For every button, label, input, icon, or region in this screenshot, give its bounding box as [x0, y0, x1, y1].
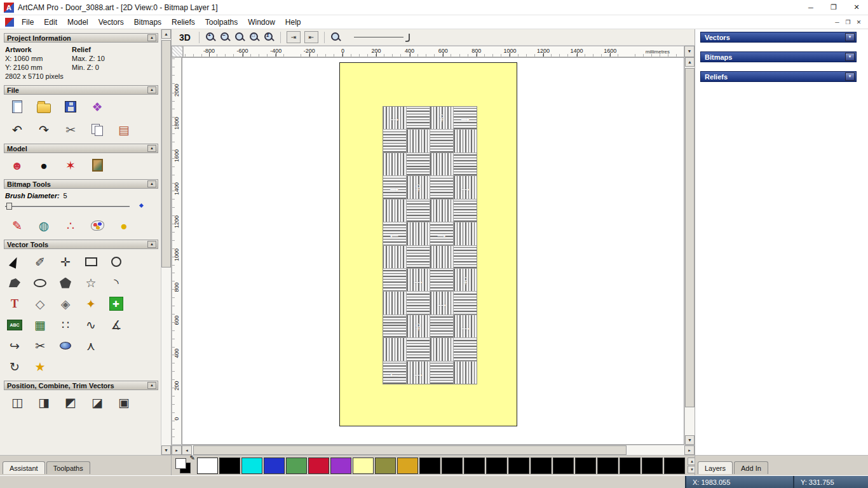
- center-in-page-icon[interactable]: ▣: [116, 394, 132, 410]
- palette-swatch-4[interactable]: [286, 458, 307, 474]
- minimize-button[interactable]: ─: [799, 0, 822, 15]
- slider-thumb[interactable]: [6, 203, 12, 210]
- palette-swatch-8[interactable]: [375, 458, 396, 474]
- brush-diameter-slider[interactable]: [5, 202, 130, 211]
- redo-icon[interactable]: ↷: [36, 121, 52, 138]
- scroll-down-icon[interactable]: ▼: [685, 435, 695, 445]
- create-circle-icon[interactable]: [108, 254, 125, 270]
- create-ellipse-icon[interactable]: [32, 274, 48, 291]
- vertical-scrollbar[interactable]: ▲ ▼: [684, 57, 695, 445]
- view-3d-button[interactable]: 3D: [177, 32, 193, 43]
- maximize-button[interactable]: ❐: [822, 0, 845, 15]
- mdi-close-button[interactable]: ✕: [853, 17, 864, 27]
- paste-icon[interactable]: ▤: [116, 121, 132, 138]
- section-header-bitmap-tools[interactable]: Bitmap Tools ▲: [4, 179, 158, 189]
- create-freeform-icon[interactable]: [6, 274, 23, 291]
- model-sphere-icon[interactable]: ●: [36, 157, 52, 173]
- align-bottom-icon[interactable]: ◪: [89, 394, 105, 410]
- select-vectors-icon[interactable]: [6, 254, 23, 270]
- create-star-icon[interactable]: ☆: [83, 274, 99, 291]
- menu-model[interactable]: Model: [62, 16, 93, 29]
- palette-swatch-0[interactable]: [197, 458, 218, 474]
- palette-swatch-3[interactable]: [264, 458, 285, 474]
- create-arc-icon[interactable]: ◝: [108, 274, 125, 291]
- collapse-arrow-icon[interactable]: ▲: [147, 382, 156, 389]
- dropdown-arrow-icon[interactable]: ▼: [845, 33, 855, 41]
- collapse-arrow-icon[interactable]: ▲: [147, 241, 156, 248]
- line-width-widget[interactable]: [354, 32, 412, 43]
- text-on-curve-icon[interactable]: ◇: [32, 295, 48, 312]
- tab-assistant[interactable]: Assistant: [3, 461, 45, 474]
- palette-swatch-21[interactable]: [664, 458, 685, 474]
- primary-secondary-colour-icon[interactable]: ✎: [174, 457, 193, 475]
- ruler-units-dropdown[interactable]: ▼: [684, 46, 695, 57]
- palette-swatch-5[interactable]: [308, 458, 329, 474]
- import-icon[interactable]: ❖: [89, 98, 105, 115]
- collapse-arrow-icon[interactable]: ▲: [147, 180, 156, 187]
- scroll-up-icon[interactable]: ▲: [161, 29, 171, 39]
- create-text-icon[interactable]: [6, 295, 23, 312]
- section-header-position-combine-trim[interactable]: Position, Combine, Trim Vectors ▲: [4, 381, 158, 390]
- spray-bitmap-icon[interactable]: ∴: [62, 217, 79, 234]
- panel-header-reliefs[interactable]: Reliefs▼: [700, 71, 857, 82]
- transform-vectors-icon[interactable]: ✛: [57, 254, 74, 270]
- section-header-project-information[interactable]: Project Information ▲: [4, 33, 158, 43]
- save-model-icon[interactable]: [62, 98, 79, 115]
- snap-guides-button[interactable]: ⇤: [304, 31, 318, 43]
- scroll-down-icon[interactable]: ▼: [161, 445, 171, 455]
- create-rectangle-icon[interactable]: [83, 254, 99, 270]
- door-artwork[interactable]: →♀→→♀→←→→♀→♀→←→: [339, 62, 517, 426]
- colour-palette-icon[interactable]: [89, 217, 105, 234]
- fit-curves-icon[interactable]: ⋏: [83, 337, 99, 354]
- menu-toolpaths[interactable]: Toolpaths: [200, 16, 243, 29]
- section-header-model[interactable]: Model ▲: [4, 144, 158, 153]
- open-model-icon[interactable]: [36, 98, 52, 115]
- model-figure-icon[interactable]: ☻: [9, 157, 25, 173]
- tab-toolpaths[interactable]: Toolpaths: [46, 461, 90, 474]
- palette-swatch-2[interactable]: [241, 458, 262, 474]
- undo-icon[interactable]: ↶: [9, 121, 25, 138]
- menu-edit[interactable]: Edit: [39, 16, 62, 29]
- mdi-minimize-button[interactable]: ─: [832, 17, 843, 27]
- panel-header-vectors[interactable]: Vectors▼: [700, 32, 857, 43]
- pan-mode-icon[interactable]: ▸: [172, 445, 182, 455]
- scrollbar-track[interactable]: [161, 39, 171, 445]
- palette-swatch-15[interactable]: [531, 458, 552, 474]
- snap-grid-button[interactable]: ⇥: [287, 31, 301, 43]
- array-copy-icon[interactable]: ∷: [62, 417, 79, 421]
- menu-help[interactable]: Help: [280, 16, 306, 29]
- group-vectors-icon[interactable]: ▢: [9, 417, 25, 421]
- collapse-arrow-icon[interactable]: ▲: [147, 34, 156, 41]
- model-image-icon[interactable]: [89, 157, 105, 173]
- make-grid-icon[interactable]: ▦: [32, 316, 48, 333]
- draw-bitmap-icon[interactable]: ✎: [9, 217, 25, 234]
- create-polygon-icon[interactable]: [57, 274, 74, 291]
- node-editing-icon[interactable]: ✐: [32, 254, 48, 270]
- palette-swatch-13[interactable]: [486, 458, 507, 474]
- palette-swatch-6[interactable]: [330, 458, 351, 474]
- menu-window[interactable]: Window: [243, 16, 280, 29]
- zoom-in-icon[interactable]: +: [205, 32, 216, 43]
- mdi-restore-button[interactable]: ❐: [843, 17, 853, 27]
- scrollbar-thumb[interactable]: [161, 40, 171, 268]
- palette-swatch-1[interactable]: [219, 458, 240, 474]
- paste-array-icon[interactable]: ∷: [57, 316, 74, 333]
- ruler-corner-icon[interactable]: [172, 46, 183, 57]
- measure-icon[interactable]: ∡: [108, 316, 125, 333]
- palette-swatch-20[interactable]: [642, 458, 663, 474]
- 2d-viewport[interactable]: →♀→→♀→←→→♀→♀→←→: [182, 57, 684, 445]
- ungroup-vectors-icon[interactable]: ⊡: [36, 417, 52, 421]
- join-vectors-icon[interactable]: ↪: [6, 337, 23, 354]
- zoom-window-icon[interactable]: [234, 32, 245, 43]
- assistant-scrollbar[interactable]: ▲ ▼: [161, 29, 171, 455]
- section-header-vector-tools[interactable]: Vector Tools ▲: [4, 240, 158, 249]
- block-copy-icon[interactable]: [108, 295, 125, 312]
- zoom-out-icon[interactable]: −: [220, 32, 231, 43]
- cut-icon[interactable]: ✂: [62, 121, 79, 138]
- align-right-icon[interactable]: ◨: [36, 394, 52, 410]
- align-top-icon[interactable]: ◩: [62, 394, 79, 410]
- trim-vectors-icon[interactable]: ✂: [32, 337, 48, 354]
- palette-swatch-10[interactable]: [419, 458, 440, 474]
- scrollbar-track[interactable]: [685, 67, 695, 435]
- palette-swatch-17[interactable]: [575, 458, 596, 474]
